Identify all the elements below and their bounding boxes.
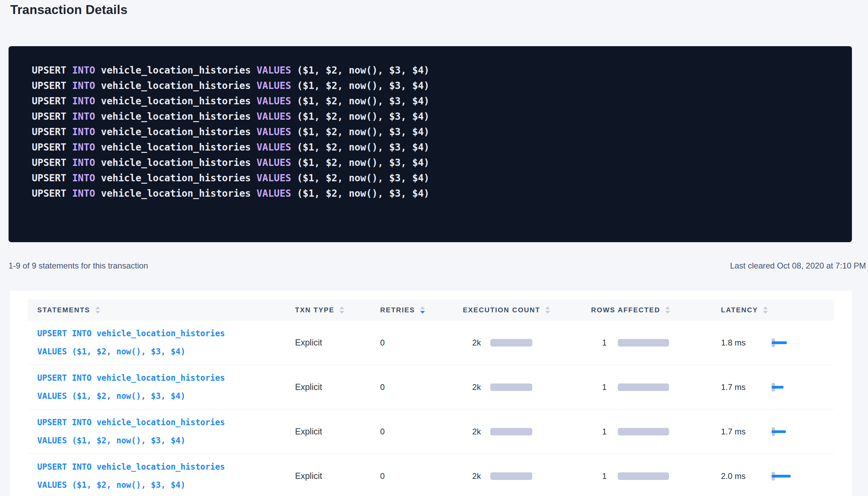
sort-arrows-icon[interactable] xyxy=(763,306,768,314)
table-row: UPSERT INTO vehicle_location_historiesVA… xyxy=(28,321,834,365)
sql-statement-line: UPSERT INTO vehicle_location_histories V… xyxy=(32,186,838,201)
execution-count-value: 2k xyxy=(463,427,490,436)
rows-affected-cell: 1 xyxy=(582,338,711,348)
rows-affected-cell: 1 xyxy=(582,427,711,436)
sort-up-icon[interactable] xyxy=(545,306,550,309)
sort-down-icon[interactable] xyxy=(339,311,344,314)
column-header-execution-count[interactable]: EXECUTION COUNT xyxy=(453,306,582,314)
sql-keyword-upsert: UPSERT xyxy=(32,142,72,153)
column-header-latency[interactable]: LATENCY xyxy=(711,306,834,314)
sql-values-args: ($1, $2, now(), $3, $4) xyxy=(297,65,429,76)
execution-count-bar xyxy=(490,383,532,391)
sql-values-args: ($1, $2, now(), $3, $4) xyxy=(297,157,429,168)
sql-keyword-into: INTO xyxy=(72,142,101,153)
table-body: UPSERT INTO vehicle_location_historiesVA… xyxy=(28,321,834,496)
retries-cell: 0 xyxy=(371,471,453,481)
latency-cell: 1.7 ms xyxy=(711,380,834,394)
rows-affected-cell: 1 xyxy=(582,471,711,481)
sort-up-icon[interactable] xyxy=(339,306,344,309)
rows-affected-value: 1 xyxy=(591,427,618,436)
sql-table-name: vehicle_location_histories xyxy=(101,188,256,199)
rows-affected-cell: 1 xyxy=(582,382,711,392)
retries-cell: 0 xyxy=(371,382,453,392)
sql-keyword-values: VALUES xyxy=(256,126,297,138)
sql-statement-line: UPSERT INTO vehicle_location_histories V… xyxy=(32,63,838,78)
statement-cell: UPSERT INTO vehicle_location_historiesVA… xyxy=(28,414,285,450)
sql-keyword-upsert: UPSERT xyxy=(32,126,72,138)
rows-affected-bar xyxy=(618,428,669,435)
rows-affected-value: 1 xyxy=(591,338,618,348)
retries-cell: 0 xyxy=(371,338,453,348)
statement-link[interactable]: UPSERT INTO vehicle_location_historiesVA… xyxy=(37,414,285,450)
sql-keyword-into: INTO xyxy=(72,157,101,168)
sql-keyword-into: INTO xyxy=(72,65,101,76)
sql-keyword-into: INTO xyxy=(72,188,101,199)
execution-count-value: 2k xyxy=(463,471,490,481)
summary-bar: 1-9 of 9 statements for this transaction… xyxy=(9,261,866,271)
sql-table-name: vehicle_location_histories xyxy=(101,126,256,138)
execution-count-bar xyxy=(490,472,532,480)
latency-cell: 1.7 ms xyxy=(711,425,834,439)
sort-down-icon[interactable] xyxy=(763,311,768,314)
statement-cell: UPSERT INTO vehicle_location_historiesVA… xyxy=(28,369,285,405)
sort-up-icon[interactable] xyxy=(95,306,100,309)
column-header-retries[interactable]: RETRIES xyxy=(371,306,453,314)
latency-cell: 2.0 ms xyxy=(711,469,834,483)
sql-keyword-into: INTO xyxy=(72,126,101,138)
statements-table-card: STATEMENTS TXN TYPE RETRIES EXECUTION CO… xyxy=(10,291,852,496)
sort-up-icon[interactable] xyxy=(763,306,768,309)
sort-down-icon[interactable] xyxy=(95,311,100,314)
sort-down-icon-active[interactable] xyxy=(420,311,425,314)
statement-cell: UPSERT INTO vehicle_location_historiesVA… xyxy=(28,458,285,494)
sort-arrows-icon[interactable] xyxy=(420,306,425,314)
sort-arrows-icon[interactable] xyxy=(665,306,670,314)
sort-down-icon[interactable] xyxy=(665,311,670,314)
sql-values-args: ($1, $2, now(), $3, $4) xyxy=(297,188,429,199)
statement-link[interactable]: UPSERT INTO vehicle_location_historiesVA… xyxy=(37,458,285,494)
rows-affected-bar xyxy=(618,383,669,391)
rows-affected-value: 1 xyxy=(591,471,618,481)
column-header-rows-affected[interactable]: ROWS AFFECTED xyxy=(582,306,711,314)
sort-up-icon[interactable] xyxy=(420,306,425,309)
execution-count-cell: 2k xyxy=(453,382,582,392)
sql-keyword-values: VALUES xyxy=(256,142,297,153)
sql-statement-line: UPSERT INTO vehicle_location_histories V… xyxy=(32,124,838,140)
sql-keyword-values: VALUES xyxy=(256,111,297,122)
sql-code-block: UPSERT INTO vehicle_location_histories V… xyxy=(9,46,852,242)
latency-bar xyxy=(772,341,787,344)
sql-table-name: vehicle_location_histories xyxy=(101,111,256,122)
sort-up-icon[interactable] xyxy=(665,306,670,309)
sort-arrows-icon[interactable] xyxy=(95,306,100,314)
sql-keyword-upsert: UPSERT xyxy=(32,172,72,184)
sql-values-args: ($1, $2, now(), $3, $4) xyxy=(297,172,429,184)
last-cleared-label: Last cleared Oct 08, 2020 at 7:10 PM xyxy=(730,261,866,271)
statement-link-line1: UPSERT INTO vehicle_location_histories xyxy=(37,373,225,383)
column-header-statements[interactable]: STATEMENTS xyxy=(28,306,285,314)
sort-down-icon[interactable] xyxy=(545,311,550,314)
column-header-label: EXECUTION COUNT xyxy=(463,306,540,314)
latency-cell: 1.8 ms xyxy=(711,336,834,350)
sql-table-name: vehicle_location_histories xyxy=(101,142,256,153)
page-title: Transaction Details xyxy=(10,3,128,17)
sql-statement-line: UPSERT INTO vehicle_location_histories V… xyxy=(32,170,838,186)
statement-link[interactable]: UPSERT INTO vehicle_location_historiesVA… xyxy=(37,369,285,405)
statement-link[interactable]: UPSERT INTO vehicle_location_historiesVA… xyxy=(37,325,285,361)
latency-bar-chart xyxy=(772,336,796,350)
column-header-label: TXN TYPE xyxy=(295,306,334,314)
sql-table-name: vehicle_location_histories xyxy=(101,95,256,107)
sql-keyword-upsert: UPSERT xyxy=(32,65,72,76)
sql-keyword-values: VALUES xyxy=(256,95,297,107)
sql-keyword-upsert: UPSERT xyxy=(32,80,72,91)
statements-range-label: 1-9 of 9 statements for this transaction xyxy=(9,261,148,271)
sql-keyword-upsert: UPSERT xyxy=(32,95,72,107)
latency-bar-chart xyxy=(772,425,796,439)
sql-table-name: vehicle_location_histories xyxy=(101,65,256,76)
sort-arrows-icon[interactable] xyxy=(545,306,550,314)
sql-table-name: vehicle_location_histories xyxy=(101,157,256,168)
column-header-label: LATENCY xyxy=(721,306,758,314)
latency-value: 1.8 ms xyxy=(721,338,772,348)
execution-count-bar xyxy=(490,428,532,435)
sort-arrows-icon[interactable] xyxy=(339,306,344,314)
column-header-txn-type[interactable]: TXN TYPE xyxy=(285,306,371,314)
sql-keyword-upsert: UPSERT xyxy=(32,157,72,168)
